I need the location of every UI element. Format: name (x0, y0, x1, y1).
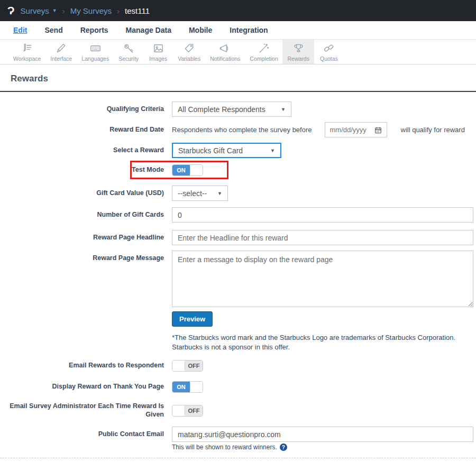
test-mode-toggle[interactable]: ON (172, 164, 203, 176)
breadcrumb-separator: › (117, 6, 120, 15)
number-gift-cards-input[interactable] (172, 207, 473, 223)
reward-end-date-suffix: will qualify for reward (401, 126, 465, 134)
tool-rewards[interactable]: Rewards (282, 40, 314, 64)
tool-languages[interactable]: Languages (77, 40, 114, 64)
breadcrumb: Surveys ▼ › My Surveys › test111 (21, 6, 150, 15)
tool-label: Variables (178, 56, 200, 62)
qualifying-criteria-select[interactable]: All Complete Respondents ▼ (172, 101, 291, 117)
tool-label: Interface (50, 56, 72, 62)
trophy-icon (292, 42, 305, 54)
email-rewards-toggle[interactable]: OFF (172, 360, 203, 372)
helper-text: This will be shown to reward winners. (172, 443, 277, 451)
public-contact-email-input[interactable] (172, 427, 473, 442)
breadcrumb-surveys-label: Surveys (21, 6, 49, 15)
toggle-knob (172, 361, 185, 371)
tool-label: Security (118, 56, 139, 62)
settings-icon-toolbar: Workspace Interface Languages Security I… (0, 40, 476, 64)
toggle-state-label: ON (172, 165, 190, 175)
menu-tab-mobile[interactable]: Mobile (189, 26, 212, 34)
tag-icon (183, 42, 195, 54)
magic-wand-icon (258, 42, 270, 54)
display-reward-toggle[interactable]: ON (172, 381, 203, 393)
row-preview: Preview (0, 311, 476, 327)
tool-label: Completion (250, 56, 278, 62)
reward-end-date-prefix: Respondents who complete the survey befo… (172, 126, 312, 134)
chain-links-icon (323, 42, 335, 54)
menu-tab-send[interactable]: Send (44, 26, 62, 34)
select-reward-value: Starbucks Gift Card (178, 146, 243, 155)
save-section-divider (0, 458, 476, 458)
preview-button[interactable]: Preview (172, 311, 213, 327)
tool-label: Images (149, 56, 167, 62)
reward-message-textarea[interactable] (172, 251, 473, 307)
tool-completion[interactable]: Completion (245, 40, 282, 64)
reward-end-date-label: Reward End Date (0, 126, 164, 134)
qualifying-criteria-label: Qualifying Criteria (0, 105, 164, 114)
rewards-form: Qualifying Criteria All Complete Respond… (0, 92, 476, 462)
menu-tab-manage-data[interactable]: Manage Data (126, 26, 171, 34)
row-display-reward: Display Reward on Thank You Page ON (0, 381, 476, 393)
toggle-state-label: OFF (185, 405, 203, 416)
select-arrow-icon: ▼ (217, 191, 222, 196)
questionpro-logo-icon[interactable]: Ɂ (7, 5, 15, 16)
image-icon (152, 42, 164, 54)
row-reward-message: Reward Page Message (0, 251, 476, 307)
starbucks-disclaimer: *The Starbucks word mark and the Starbuc… (172, 333, 476, 352)
survey-menu-bar: Edit Send Reports Manage Data Mobile Int… (0, 21, 476, 40)
menu-tab-reports[interactable]: Reports (80, 26, 108, 34)
qualifying-criteria-value: All Complete Respondents (178, 105, 266, 114)
row-email-admin: Email Survey Administrator Each Time Rew… (0, 402, 476, 419)
toggle-knob (190, 382, 203, 392)
toggle-knob (190, 165, 203, 175)
number-gift-cards-label: Number of Gift Cards (0, 211, 164, 219)
calendar-icon[interactable] (374, 126, 382, 134)
pen-list-icon (21, 42, 33, 54)
toggle-state-label: ON (172, 382, 190, 392)
tool-notifications[interactable]: Notifications (205, 40, 245, 64)
row-number-gift-cards: Number of Gift Cards (0, 207, 476, 223)
tool-quotas[interactable]: Quotas (314, 40, 344, 64)
menu-tab-edit[interactable]: Edit (13, 26, 27, 34)
gift-card-value-label: Gift Card Value (USD) (0, 189, 164, 198)
tool-label: Quotas (320, 56, 338, 62)
row-reward-end-date: Reward End Date Respondents who complete… (0, 122, 476, 137)
toggle-knob (172, 405, 185, 416)
gift-card-value-value: --select-- (178, 189, 207, 198)
test-mode-label: Test Mode (0, 166, 164, 174)
gift-card-value-select[interactable]: --select-- ▼ (172, 186, 228, 201)
select-reward-label: Select a Reward (0, 146, 164, 155)
tool-security[interactable]: Security (114, 40, 143, 64)
tool-label: Languages (81, 56, 109, 62)
tool-images[interactable]: Images (143, 40, 173, 64)
display-reward-label: Display Reward on Thank You Page (0, 383, 164, 391)
breadcrumb-my-surveys[interactable]: My Surveys (70, 6, 112, 15)
app-header: Ɂ Surveys ▼ › My Surveys › test111 (0, 0, 476, 21)
reward-headline-input[interactable] (172, 230, 473, 245)
row-gift-card-value: Gift Card Value (USD) --select-- ▼ (0, 186, 476, 201)
page-title: Rewards (11, 73, 476, 84)
tool-label: Rewards (287, 56, 309, 62)
tool-variables[interactable]: Variables (173, 40, 205, 64)
chevron-down-icon: ▼ (52, 8, 57, 13)
row-qualifying-criteria: Qualifying Criteria All Complete Respond… (0, 101, 476, 117)
tool-interface[interactable]: Interface (45, 40, 77, 64)
row-public-contact-email: Public Contact Email (0, 427, 476, 442)
reward-message-label: Reward Page Message (0, 251, 164, 263)
row-reward-headline: Reward Page Headline (0, 230, 476, 245)
select-reward-select[interactable]: Starbucks Gift Card ▼ (172, 143, 281, 158)
megaphone-icon (219, 42, 231, 54)
reward-end-date-field[interactable] (325, 122, 387, 137)
email-admin-label: Email Survey Administrator Each Time Rew… (0, 402, 164, 419)
help-icon[interactable]: ? (280, 443, 287, 451)
email-admin-toggle[interactable]: OFF (172, 405, 203, 417)
reward-headline-label: Reward Page Headline (0, 234, 164, 242)
toggle-state-label: OFF (185, 361, 203, 371)
row-email-rewards: Email Rewards to Respondent OFF (0, 360, 476, 372)
public-contact-email-helper: This will be shown to reward winners. ? (172, 443, 476, 451)
breadcrumb-surveys-menu[interactable]: Surveys ▼ (21, 6, 57, 15)
brush-icon (55, 42, 67, 54)
menu-tab-integration[interactable]: Integration (230, 26, 268, 34)
select-arrow-icon: ▼ (270, 148, 275, 153)
reward-end-date-input[interactable] (330, 126, 369, 134)
tool-workspace[interactable]: Workspace (8, 40, 45, 64)
